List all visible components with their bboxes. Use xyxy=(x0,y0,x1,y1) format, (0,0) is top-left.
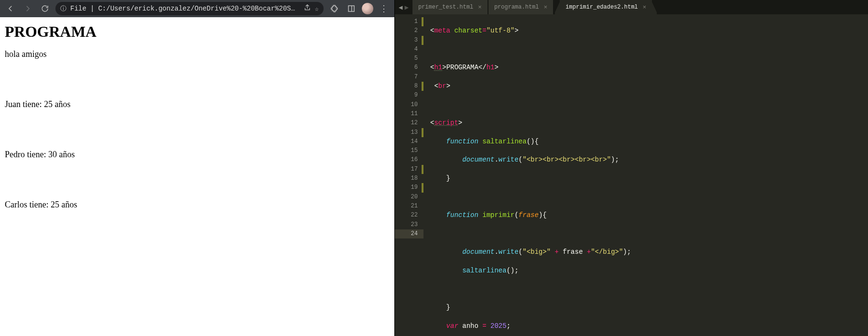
address-bar[interactable]: ⓘ File | C:/Users/erick.gonzalez/OneDriv… xyxy=(55,2,324,15)
line-number-gutter: 1 2 3 4 5 6 7 8 9 10 11 12 13 14 15 16 1… xyxy=(395,14,423,336)
menu-button[interactable]: ⋮ xyxy=(377,2,391,15)
tab-imprimir-edades2[interactable]: imprimir_edades2.html × xyxy=(560,0,652,14)
rendered-page: PROGRAMA hola amigos Juan tiene: 25 años… xyxy=(0,17,394,336)
tab-primer-test[interactable]: primer_test.html × xyxy=(412,0,488,14)
profile-avatar[interactable] xyxy=(362,3,373,14)
editor-pane: ◀ ▶ primer_test.html × programa.html × i… xyxy=(395,0,868,336)
tab-label: primer_test.html xyxy=(418,4,473,11)
tab-history-forward[interactable]: ▶ xyxy=(404,3,408,11)
close-icon[interactable]: × xyxy=(478,4,482,11)
output-line: hola amigos xyxy=(5,49,390,59)
output-line: Juan tiene: 25 años xyxy=(5,99,390,109)
browser-pane: ⓘ File | C:/Users/erick.gonzalez/OneDriv… xyxy=(0,0,395,336)
code-content[interactable]: <meta charset="utf-8"> <h1>PROGRAMA</h1>… xyxy=(423,14,868,336)
output-line: Pedro tiene: 30 años xyxy=(5,150,390,160)
close-icon[interactable]: × xyxy=(544,4,548,11)
code-area: 1 2 3 4 5 6 7 8 9 10 11 12 13 14 15 16 1… xyxy=(395,14,868,336)
tab-history-back[interactable]: ◀ xyxy=(399,3,402,11)
star-icon[interactable]: ☆ xyxy=(315,5,319,13)
tab-history-nav: ◀ ▶ xyxy=(395,3,412,11)
tab-label: imprimir_edades2.html xyxy=(565,4,638,11)
extensions-button[interactable] xyxy=(327,2,341,15)
url-prefix: File | xyxy=(70,5,94,12)
panel-toggle-button[interactable] xyxy=(345,2,358,15)
browser-toolbar: ⓘ File | C:/Users/erick.gonzalez/OneDriv… xyxy=(0,0,394,17)
close-icon[interactable]: × xyxy=(643,4,647,11)
nav-back-button[interactable] xyxy=(4,2,17,15)
output-line: Carlos tiene: 25 años xyxy=(5,200,390,210)
info-icon: ⓘ xyxy=(60,4,66,13)
tab-label: programa.html xyxy=(494,4,539,11)
url-path: C:/Users/erick.gonzalez/OneDrive%20-%20B… xyxy=(98,5,295,12)
page-title: PROGRAMA xyxy=(5,23,390,41)
nav-forward-button[interactable] xyxy=(21,2,34,15)
share-icon[interactable] xyxy=(304,4,311,13)
nav-reload-button[interactable] xyxy=(38,2,52,15)
editor-tabbar: ◀ ▶ primer_test.html × programa.html × i… xyxy=(395,0,868,14)
tab-programa[interactable]: programa.html × xyxy=(488,0,553,14)
